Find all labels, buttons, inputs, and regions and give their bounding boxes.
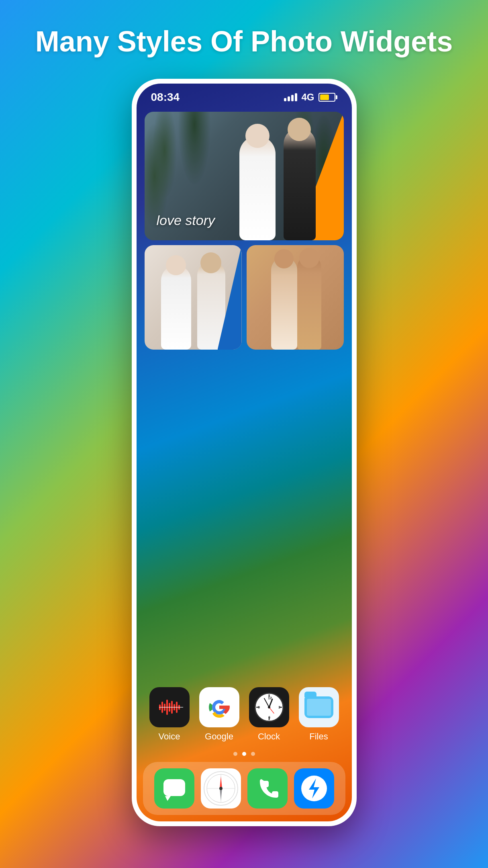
large-photo-widget[interactable]: love story	[145, 112, 344, 240]
app-files[interactable]: Files	[297, 687, 341, 742]
svg-marker-14	[165, 796, 171, 801]
svg-text:3: 3	[278, 705, 280, 709]
page-dot-1	[233, 752, 237, 756]
app-clock[interactable]: 12 3 6 9 Clock	[247, 687, 291, 742]
time-display: 08:34	[151, 91, 180, 104]
page-indicator	[137, 746, 352, 762]
small-photo-widgets-row	[145, 245, 344, 350]
voice-line	[159, 707, 183, 708]
small-photo-widget-right[interactable]	[247, 245, 344, 350]
signal-bar-3	[291, 95, 294, 101]
signal-bar-1	[284, 98, 286, 101]
widgets-area: love story	[137, 108, 352, 679]
signal-bar-4	[295, 93, 297, 101]
person-female-2	[161, 265, 191, 350]
folder-body	[304, 696, 333, 718]
app-google[interactable]: Google	[197, 687, 241, 742]
dock-safari[interactable]	[201, 768, 241, 809]
clock-svg: 12 3 6 9	[253, 691, 285, 723]
app-dock	[143, 762, 345, 815]
dock-messages[interactable]	[154, 768, 194, 809]
phone-screen: 08:34 4G	[137, 84, 352, 821]
couple-silhouette-3	[267, 253, 323, 350]
dock-phone[interactable]	[247, 768, 288, 809]
battery-body	[319, 93, 335, 102]
files-app-icon	[299, 687, 339, 727]
battery-tip	[336, 95, 337, 99]
person-female-1	[239, 136, 276, 240]
page-dot-3	[251, 752, 255, 756]
couple-silhouette-2	[161, 257, 225, 350]
small-photo-widget-left[interactable]	[145, 245, 242, 350]
app-icons-row: Voice Google	[137, 679, 352, 746]
person-2-widget3	[297, 255, 321, 350]
signal-bars	[284, 93, 297, 101]
dock-messenger[interactable]	[294, 768, 334, 809]
voice-app-icon	[149, 687, 190, 727]
safari-svg	[203, 770, 239, 807]
page-dot-2	[242, 752, 246, 756]
svg-text:12: 12	[268, 696, 272, 700]
folder-body-inner	[307, 699, 331, 716]
phone-frame: 08:34 4G	[132, 79, 357, 826]
signal-bar-2	[288, 96, 290, 101]
google-label: Google	[205, 731, 233, 742]
app-voice[interactable]: Voice	[147, 687, 192, 742]
status-right: 4G	[284, 92, 337, 103]
phone-svg	[256, 777, 279, 800]
battery-indicator	[319, 93, 337, 102]
person-1-widget3	[271, 257, 297, 350]
love-story-label: love story	[157, 213, 215, 228]
svg-text:9: 9	[258, 705, 260, 709]
messages-svg	[162, 776, 187, 801]
svg-text:6: 6	[268, 715, 270, 719]
battery-fill	[320, 94, 329, 100]
person-male-1	[284, 128, 316, 240]
google-g-svg	[206, 694, 232, 720]
network-label: 4G	[301, 92, 314, 103]
couple-silhouette-1	[231, 124, 320, 240]
voice-waveform	[159, 700, 180, 715]
clock-app-icon: 12 3 6 9	[249, 687, 289, 727]
google-app-icon	[199, 687, 239, 727]
voice-label: Voice	[159, 731, 180, 742]
status-bar: 08:34 4G	[137, 84, 352, 108]
svg-rect-13	[163, 779, 185, 796]
folder-shape	[304, 696, 333, 718]
wedding-photo-1: love story	[145, 112, 344, 240]
svg-point-21	[219, 787, 223, 790]
files-label: Files	[309, 731, 328, 742]
clock-label: Clock	[258, 731, 280, 742]
svg-point-12	[268, 706, 270, 708]
page-title: Many Styles Of Photo Widgets	[3, 0, 485, 79]
messenger-svg	[300, 774, 328, 802]
